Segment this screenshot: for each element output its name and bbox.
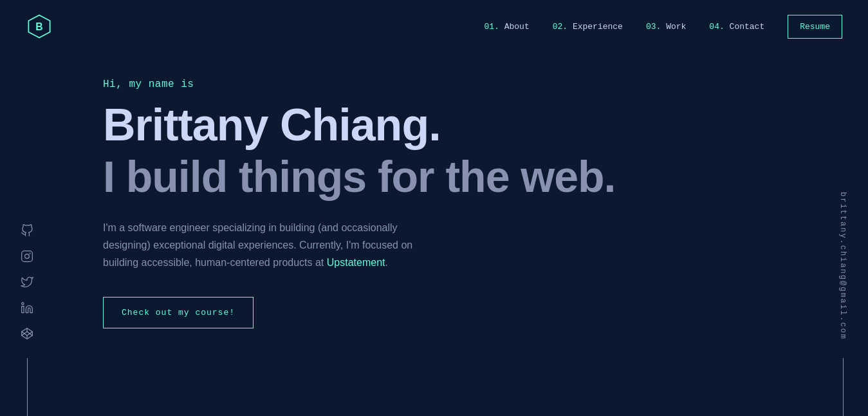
greeting-text: Hi, my name is [103,79,765,90]
logo[interactable]: B [26,13,53,40]
tagline-heading: I build things for the web. [103,153,765,201]
nav-experience[interactable]: 02. Experience [553,22,623,32]
nav-about[interactable]: 01. About [484,22,529,32]
name-heading: Brittany Chiang. [103,100,765,150]
cta-button[interactable]: Check out my course! [103,297,254,328]
nav: 01. About 02. Experience 03. Work 04. Co… [484,15,842,39]
header: B 01. About 02. Experience 03. Work 04. … [0,0,868,53]
description-text: I'm a software engineer specializing in … [103,219,438,272]
upstatement-link[interactable]: Upstatement [327,257,385,268]
description-part2: . [385,257,387,268]
nav-work[interactable]: 03. Work [646,22,686,32]
resume-button[interactable]: Resume [788,15,842,39]
svg-text:B: B [35,21,42,32]
nav-contact[interactable]: 04. Contact [709,22,764,32]
hero-section: Hi, my name is Brittany Chiang. I build … [0,53,868,354]
